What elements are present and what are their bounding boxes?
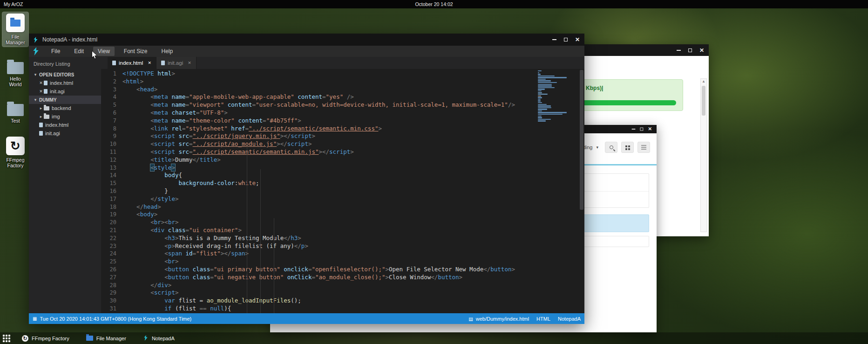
close-button-icon[interactable]: ✕ — [699, 48, 704, 53]
close-tab-icon[interactable]: ✕ — [148, 61, 151, 65]
code-line[interactable]: <body> — [122, 211, 584, 219]
tree-item-backend[interactable]: ▸backend — [29, 104, 101, 112]
line-number: 3 — [101, 86, 116, 94]
code-line[interactable]: <title>Dummy</title> — [122, 156, 584, 164]
notepada-titlebar[interactable]: NotepadA - index.html ✕ — [29, 34, 584, 46]
list-view-button[interactable] — [637, 142, 650, 153]
code-line[interactable]: </head> — [122, 203, 584, 211]
tree-item-img[interactable]: ▸img — [29, 112, 101, 121]
close-button-icon[interactable]: ✕ — [575, 37, 580, 42]
close-file-icon[interactable]: ✕ — [38, 81, 44, 85]
line-number: 24 — [101, 250, 116, 258]
line-number: 25 — [101, 258, 116, 266]
tab-label: index.html — [119, 60, 143, 66]
code-line[interactable]: background-color:white; — [122, 179, 584, 187]
menu-edit[interactable]: Edit — [69, 47, 88, 56]
minimize-button-icon[interactable] — [632, 129, 636, 130]
search-button[interactable] — [605, 142, 617, 153]
code-line[interactable]: <script src="../script/jquery.min.js"></… — [122, 132, 584, 140]
tree-item-index-html[interactable]: index.html — [29, 121, 101, 129]
taskbar-item-ffmpeg-factory[interactable]: ↻FFmpeg Factory — [22, 335, 69, 342]
tab-init-agi[interactable]: init.agi✕ — [156, 57, 197, 69]
file-manager-app-icon — [6, 14, 25, 32]
code-line[interactable]: var flist = ao_module_loadInputFiles(); — [122, 297, 584, 305]
minimize-button-icon[interactable] — [552, 39, 556, 40]
code-line[interactable]: <script src="../script/semantic/semantic… — [122, 148, 584, 156]
desktop-icon-hello-world[interactable]: Hello World — [2, 57, 28, 89]
chevron-down-icon[interactable]: ▾ — [33, 72, 38, 77]
close-button-icon[interactable]: ✕ — [648, 127, 652, 131]
code-editor[interactable]: 1234567891011121314151617181920212223242… — [101, 69, 584, 313]
tree-item-dummy[interactable]: ▾DUMMY — [29, 96, 101, 104]
menu-help[interactable]: Help — [157, 47, 178, 56]
maximize-button-icon[interactable] — [688, 48, 692, 52]
code-line[interactable]: <h3>This is a Dummy Testing Module</h3> — [122, 234, 584, 242]
chevron-right-icon[interactable]: ▸ — [38, 114, 44, 119]
code-line[interactable]: if (flist == null){ — [122, 305, 584, 313]
chevron-right-icon[interactable]: ▸ — [38, 106, 44, 110]
scrollbar-thumb[interactable] — [580, 70, 583, 210]
code-line[interactable]: <meta charset="UTF-8"> — [122, 109, 584, 117]
editor-scrollbar[interactable] — [579, 69, 584, 313]
code-line[interactable]: <head> — [122, 86, 584, 94]
code-line[interactable]: <meta name="theme-color" content="#4b75f… — [122, 117, 584, 125]
code-line[interactable]: <br><br> — [122, 219, 584, 227]
desktop-icon-file-manager[interactable]: File Manager — [2, 12, 28, 47]
menu-file[interactable]: File — [47, 47, 65, 56]
taskbar-item-notepada[interactable]: NotepadA — [143, 335, 175, 342]
code-line[interactable]: <br> — [122, 258, 584, 266]
code-line[interactable]: <link rel="stylesheet" href="../script/s… — [122, 125, 584, 133]
chevron-down-icon[interactable]: ▾ — [596, 145, 598, 150]
tab-index-html[interactable]: index.html✕ — [108, 57, 156, 69]
menu-font-size[interactable]: Font Size — [119, 47, 152, 56]
code-line[interactable]: } — [122, 187, 584, 195]
ffmpeg-icon: ↻ — [22, 335, 28, 342]
code-line[interactable]: </style> — [122, 195, 584, 203]
code-line[interactable]: <script> — [122, 289, 584, 297]
minimap-line — [538, 85, 552, 86]
code-line[interactable]: <!DOCTYPE html> — [122, 70, 584, 78]
code-line[interactable]: <meta name="apple-mobile-web-app-capable… — [122, 93, 584, 101]
maximize-button-icon[interactable] — [640, 128, 643, 131]
tree-item-init-agi[interactable]: init.agi — [29, 129, 101, 138]
close-tab-icon[interactable]: ✕ — [188, 61, 191, 65]
minimize-button-icon[interactable] — [677, 50, 681, 51]
taskbar-item-label: File Manager — [96, 336, 126, 341]
line-number: 21 — [101, 227, 116, 234]
code-line[interactable]: <style> — [122, 164, 584, 172]
aroz-menu[interactable]: My ArOZ — [4, 1, 23, 7]
code-line[interactable]: <button class="ui primary button" onclic… — [122, 266, 584, 274]
code-line[interactable]: <script src="../script/ao_module.js"></s… — [122, 140, 584, 148]
line-number: 11 — [101, 148, 116, 156]
tree-item-label: init.agi — [45, 131, 60, 136]
taskbar-item-file-manager[interactable]: File Manager — [86, 336, 126, 341]
tree-item-open-editors[interactable]: ▾OPEN EDITORS — [29, 70, 101, 79]
minimap-line — [538, 79, 546, 80]
code-line[interactable]: <button class="ui negative button" onCli… — [122, 274, 584, 282]
app-launcher-icon[interactable] — [3, 335, 10, 342]
code-line[interactable]: <div class="ui container"> — [122, 227, 584, 234]
minimap-line — [538, 80, 551, 81]
minimap[interactable] — [538, 70, 578, 122]
chevron-down-icon[interactable]: ▾ — [33, 97, 38, 102]
scrollbar-thumb[interactable] — [702, 86, 705, 116]
scrollbar[interactable]: ▲ — [700, 78, 707, 232]
tree-item-index-html[interactable]: ✕index.html — [29, 79, 101, 87]
file-icon — [161, 61, 165, 65]
code-line[interactable]: <span id="flist"></span> — [122, 250, 584, 258]
desktop-icon-test[interactable]: Test — [2, 99, 28, 125]
scroll-up-arrow-icon[interactable]: ▲ — [701, 79, 706, 84]
desktop-icon-ffmpeg-factory[interactable]: ↻FFmpeg Factory — [2, 135, 28, 170]
tree-item-init-agi[interactable]: ✕init.agi — [29, 87, 101, 96]
grid-view-button[interactable] — [621, 142, 634, 153]
minimap-line — [538, 89, 545, 89]
code-line[interactable]: <html> — [122, 78, 584, 86]
code-line[interactable]: </div> — [122, 282, 584, 289]
maximize-button-icon[interactable] — [564, 38, 568, 41]
code-line[interactable]: <meta name="viewport" content="user-scal… — [122, 101, 584, 109]
code-line[interactable]: body{ — [122, 172, 584, 179]
close-file-icon[interactable]: ✕ — [38, 89, 44, 94]
code-line[interactable]: <p>Received drag-in filelist (if any)</p… — [122, 242, 584, 250]
minimap-line — [538, 70, 542, 71]
code-content[interactable]: <!DOCTYPE html><html> <head> <meta name=… — [122, 69, 584, 313]
